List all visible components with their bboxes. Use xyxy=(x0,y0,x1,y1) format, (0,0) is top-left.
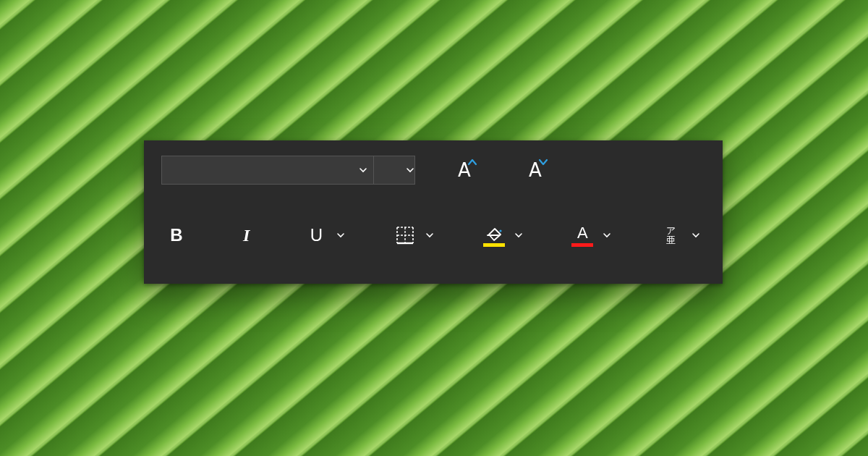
chevron-down-icon xyxy=(514,231,523,240)
borders-icon xyxy=(396,226,414,245)
chevron-down-icon xyxy=(359,166,367,174)
caret-down-icon xyxy=(538,159,548,166)
underline-icon: U xyxy=(310,225,323,245)
font-name-input[interactable] xyxy=(162,156,353,184)
font-color-button[interactable]: A xyxy=(567,219,597,251)
fill-color-swatch xyxy=(483,243,505,247)
paint-bucket-icon xyxy=(485,226,503,245)
bold-icon: B xyxy=(170,225,182,245)
font-color-dropdown-button[interactable] xyxy=(597,219,616,251)
chevron-down-icon xyxy=(425,231,434,240)
fill-color-button[interactable] xyxy=(479,219,509,251)
phonetic-guide-dropdown-button[interactable] xyxy=(686,219,705,251)
font-toolbar: A A B I U xyxy=(144,140,723,284)
font-size-input[interactable] xyxy=(374,156,406,184)
grow-font-button[interactable]: A xyxy=(438,156,490,185)
font-name-combo[interactable] xyxy=(161,156,374,185)
font-color-split-button: A xyxy=(567,219,616,251)
underline-dropdown-button[interactable] xyxy=(331,219,350,251)
bold-button[interactable]: B xyxy=(161,219,192,251)
font-color-swatch xyxy=(571,243,593,247)
font-size-combo[interactable] xyxy=(373,156,415,185)
caret-up-icon xyxy=(467,159,477,166)
italic-button[interactable]: I xyxy=(231,219,262,251)
underline-split-button: U xyxy=(301,219,350,251)
borders-dropdown-button[interactable] xyxy=(420,219,439,251)
phonetic-guide-button[interactable]: ア 亜 xyxy=(656,219,686,251)
svg-point-0 xyxy=(499,229,501,232)
font-name-dropdown-button[interactable] xyxy=(353,156,373,184)
font-toolbar-row-2: B I U xyxy=(161,219,705,252)
font-color-icon: A xyxy=(577,225,588,241)
chevron-down-icon xyxy=(692,231,700,240)
italic-icon: I xyxy=(243,226,250,245)
fill-color-split-button xyxy=(479,219,528,251)
chevron-down-icon xyxy=(336,231,345,240)
phonetic-guide-split-button: ア 亜 xyxy=(656,219,705,251)
chevron-down-icon xyxy=(603,231,611,240)
fill-color-dropdown-button[interactable] xyxy=(509,219,528,251)
borders-button[interactable] xyxy=(390,219,420,251)
underline-button[interactable]: U xyxy=(301,219,331,251)
font-toolbar-row-1: A A xyxy=(161,153,705,187)
font-size-dropdown-button[interactable] xyxy=(406,156,414,184)
shrink-font-button[interactable]: A xyxy=(509,156,561,185)
phonetic-guide-icon: ア 亜 xyxy=(666,226,676,245)
borders-split-button xyxy=(390,219,439,251)
chevron-down-icon xyxy=(406,166,414,174)
